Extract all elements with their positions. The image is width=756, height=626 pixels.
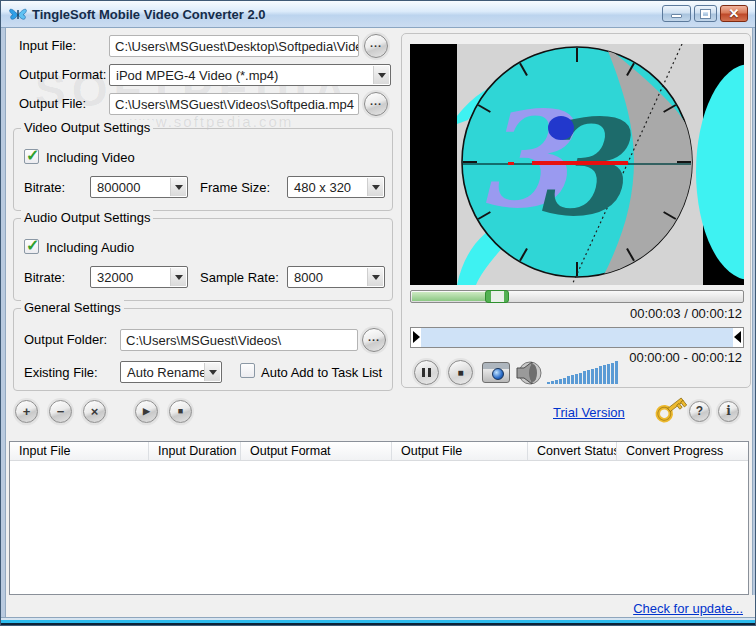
task-list-body[interactable] [10, 461, 748, 594]
frame-size-label: Frame Size: [200, 180, 270, 195]
butterfly-app-icon [9, 6, 27, 23]
snapshot-button[interactable] [482, 362, 510, 383]
volume-bar [583, 371, 586, 384]
maximize-button[interactable] [694, 5, 717, 22]
auto-add-checkbox[interactable]: ✓ [240, 363, 255, 378]
output-folder-label: Output Folder: [24, 332, 107, 347]
stop-icon: ■ [457, 367, 463, 378]
preview-stop-button[interactable]: ■ [448, 360, 473, 385]
check-icon: ✓ [26, 146, 39, 165]
video-preview: 3 3 [410, 44, 744, 285]
volume-bar [615, 361, 618, 384]
volume-bar [563, 378, 566, 384]
volume-bars[interactable] [547, 360, 623, 384]
minimize-icon [671, 14, 682, 18]
chevron-down-icon [373, 66, 389, 84]
existing-file-combo[interactable]: Auto Rename [120, 361, 222, 383]
chevron-down-icon [367, 178, 383, 196]
chevron-down-icon [170, 178, 186, 196]
volume-bar [599, 366, 602, 384]
col-convert-status[interactable]: Convert Status [528, 442, 617, 460]
seek-thumb[interactable] [485, 290, 509, 303]
trim-end-handle[interactable] [734, 331, 741, 343]
audio-bitrate-combo[interactable]: 32000 [90, 266, 188, 288]
trim-start-handle[interactable] [413, 331, 420, 343]
volume-bar [571, 375, 574, 384]
audio-settings-group: Audio Output Settings ✓ Including Audio … [13, 218, 393, 301]
volume-bar [551, 381, 554, 384]
general-settings-group: General Settings Output Folder: C:\Users… [13, 308, 393, 391]
remove-task-button[interactable]: − [49, 400, 72, 423]
volume-bar [595, 368, 598, 384]
close-icon: ✕ [729, 7, 740, 20]
title-bar[interactable]: TingleSoft Mobile Video Converter 2.0 ✕ [1, 1, 755, 28]
volume-bar [603, 365, 606, 384]
video-settings-group: Video Output Settings ✓ Including Video … [13, 128, 393, 211]
including-video-checkbox[interactable]: ✓ [24, 149, 39, 164]
volume-bar [559, 379, 562, 384]
about-button[interactable]: i [718, 401, 739, 422]
minimize-button[interactable] [662, 5, 691, 22]
status-bar: Check for update... [9, 595, 756, 619]
input-file-field[interactable]: C:\Users\MSGuest\Desktop\Softpedia\Video… [109, 35, 359, 57]
video-bitrate-label: Bitrate: [24, 180, 65, 195]
volume-bar [611, 363, 614, 384]
position-time: 00:00:03 / 00:00:12 [630, 306, 742, 321]
volume-bar [555, 380, 558, 384]
col-input-duration[interactable]: Input Duration [149, 442, 241, 460]
input-file-label: Input File: [19, 38, 76, 53]
pause-icon [422, 368, 431, 377]
ellipsis-icon: ... [370, 95, 382, 107]
stop-convert-button[interactable]: ■ [169, 400, 192, 423]
output-format-label: Output Format: [19, 67, 106, 82]
volume-bar [567, 376, 570, 384]
video-bitrate-combo[interactable]: 800000 [90, 176, 188, 198]
window-title: TingleSoft Mobile Video Converter 2.0 [32, 7, 266, 22]
clear-tasks-button[interactable]: × [83, 400, 106, 423]
seek-slider[interactable] [410, 290, 744, 303]
chevron-down-icon [170, 268, 186, 286]
register-key-icon[interactable] [653, 394, 689, 426]
trim-range-fill [421, 328, 733, 347]
output-format-combo[interactable]: iPod MPEG-4 Video (*.mp4) [109, 64, 391, 86]
stop-icon: ■ [178, 407, 183, 416]
trim-range-bar[interactable] [410, 327, 744, 348]
check-update-link[interactable]: Check for update... [633, 601, 743, 616]
output-file-browse-button[interactable]: ... [364, 92, 388, 116]
seek-progress [412, 292, 486, 301]
existing-file-label: Existing File: [24, 365, 98, 380]
col-output-format[interactable]: Output Format [241, 442, 392, 460]
help-button[interactable]: ? [689, 401, 710, 422]
frame-size-combo[interactable]: 480 x 320 [287, 176, 385, 198]
app-window: TingleSoft Mobile Video Converter 2.0 ✕ … [0, 0, 756, 626]
col-convert-progress[interactable]: Convert Progress [617, 442, 748, 460]
volume-bar [607, 364, 610, 384]
output-file-field[interactable]: C:\Users\MSGuest\Videos\Softpedia.mp4 [109, 93, 359, 115]
output-folder-browse-button[interactable]: ... [362, 328, 386, 352]
task-list: Input File Input Duration Output Format … [9, 441, 749, 595]
col-output-file[interactable]: Output File [392, 442, 528, 460]
chevron-down-icon [367, 268, 383, 286]
input-file-browse-button[interactable]: ... [364, 34, 388, 58]
trial-version-link[interactable]: Trial Version [553, 405, 625, 420]
ellipsis-icon: ... [368, 331, 380, 343]
output-folder-field[interactable]: C:\Users\MSGuest\Videos\ [120, 329, 358, 351]
preview-panel: 3 3 00:00:03 / 00:00:12 00:00:00 - 00:00… [401, 33, 751, 388]
speaker-icon[interactable] [515, 360, 543, 386]
add-task-button[interactable]: + [15, 400, 38, 423]
col-input-file[interactable]: Input File [10, 442, 149, 460]
including-audio-checkbox[interactable]: ✓ [24, 239, 39, 254]
audio-bitrate-label: Bitrate: [24, 270, 65, 285]
start-convert-button[interactable]: ▶ [135, 400, 158, 423]
including-audio-label: Including Audio [46, 240, 134, 255]
pause-button[interactable] [414, 360, 439, 385]
close-button[interactable]: ✕ [720, 5, 748, 22]
countdown-digit-front: 3 [532, 90, 633, 245]
volume-bar [587, 370, 590, 384]
volume-bar [547, 382, 550, 384]
sample-rate-combo[interactable]: 8000 [287, 266, 385, 288]
maximize-icon [701, 10, 710, 18]
video-settings-title: Video Output Settings [21, 120, 153, 135]
volume-bar [579, 373, 582, 384]
chevron-down-icon [204, 363, 220, 381]
